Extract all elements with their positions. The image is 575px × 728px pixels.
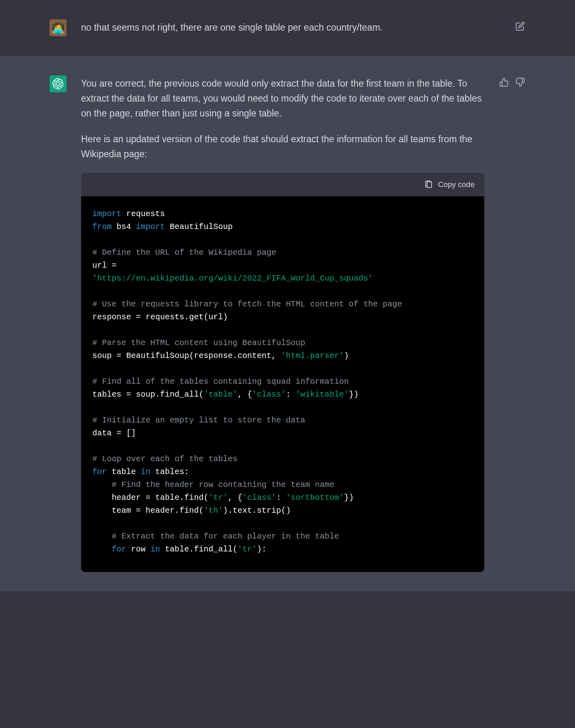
code-content: import requests from bs4 import Beautifu…: [81, 196, 484, 572]
assistant-message-content: You are correct, the previous code would…: [81, 75, 484, 572]
clipboard-icon: [424, 180, 433, 189]
user-avatar-emoji: 🧑‍💻: [52, 22, 65, 34]
thumbs-up-icon[interactable]: [499, 77, 509, 87]
svg-rect-0: [427, 182, 431, 188]
assistant-actions: [499, 75, 525, 87]
thumbs-down-icon[interactable]: [515, 77, 525, 87]
assistant-paragraph-1: You are correct, the previous code would…: [81, 76, 484, 121]
user-actions: [515, 19, 525, 31]
assistant-avatar: [50, 75, 67, 92]
code-block: Copy code import requests from bs4 impor…: [81, 173, 484, 572]
user-message-content: no that seems not right, there are one s…: [81, 19, 500, 35]
copy-code-button[interactable]: Copy code: [424, 179, 475, 191]
assistant-paragraph-2: Here is an updated version of the code t…: [81, 132, 484, 162]
copy-code-label: Copy code: [438, 179, 475, 191]
user-message-text: no that seems not right, there are one s…: [81, 20, 500, 35]
assistant-message-inner: You are correct, the previous code would…: [50, 75, 525, 572]
user-avatar: 🧑‍💻: [50, 19, 67, 36]
user-message-inner: 🧑‍💻 no that seems not right, there are o…: [50, 19, 525, 36]
edit-icon[interactable]: [515, 21, 525, 31]
assistant-message-row: You are correct, the previous code would…: [0, 56, 575, 591]
user-message-row: 🧑‍💻 no that seems not right, there are o…: [0, 0, 575, 56]
code-header: Copy code: [81, 173, 484, 196]
openai-logo-icon: [52, 78, 64, 89]
